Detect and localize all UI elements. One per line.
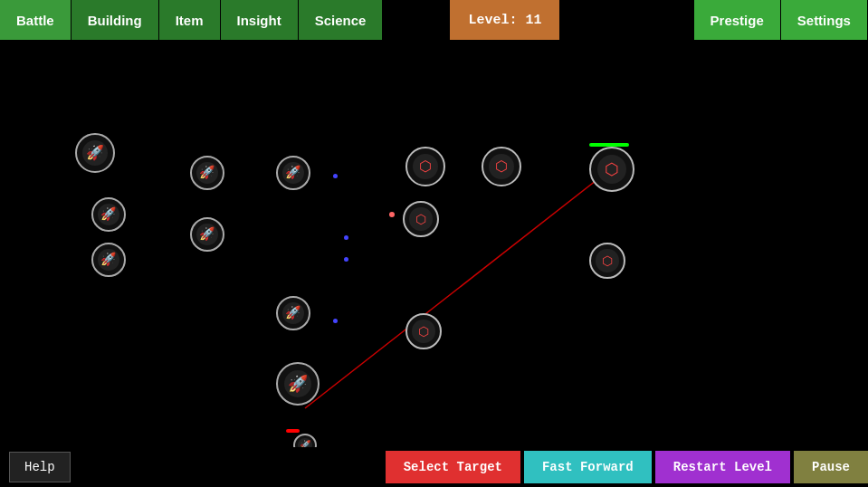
projectile-dot-red [389, 212, 395, 217]
bottom-actions: Select Target Fast Forward Restart Level… [382, 451, 868, 483]
ship-r4[interactable]: ⬡ [405, 313, 442, 349]
battle-tab[interactable]: Battle [0, 0, 72, 40]
item-tab[interactable]: Item [159, 0, 221, 40]
select-target-button[interactable]: Select Target [386, 451, 520, 483]
ship-b6[interactable]: 🚀 [276, 156, 310, 190]
health-bar-red [286, 429, 300, 433]
bottom-bar: Help Select Target Fast Forward Restart … [0, 447, 868, 487]
building-tab[interactable]: Building [72, 0, 159, 40]
top-nav: Battle Building Item Insight Science Lev… [0, 0, 868, 40]
projectile-dot-1 [333, 174, 338, 178]
pause-button[interactable]: Pause [794, 451, 868, 483]
fast-forward-button[interactable]: Fast Forward [524, 451, 652, 483]
svg-line-0 [305, 174, 605, 408]
ship-b8[interactable]: 🚀 [276, 362, 320, 406]
projectile-dot-2 [344, 235, 348, 240]
ship-r5[interactable]: ⬡ [589, 147, 634, 192]
projectile-dot-4 [333, 319, 338, 323]
projectile-dot-3 [344, 257, 348, 262]
ship-r6[interactable]: ⬡ [589, 243, 625, 279]
battle-area: 🚀 🚀 🚀 🚀 🚀 🚀 🚀 🚀 🚀 🚀 ⬡ ⬡ ⬡ [0, 40, 868, 447]
right-nav: Prestige Settings [694, 0, 868, 40]
ship-b7[interactable]: 🚀 [276, 296, 310, 330]
insight-tab[interactable]: Insight [221, 0, 299, 40]
ship-b1[interactable]: 🚀 [75, 133, 115, 173]
science-tab[interactable]: Science [299, 0, 384, 40]
restart-level-button[interactable]: Restart Level [655, 451, 790, 483]
ship-b3[interactable]: 🚀 [91, 243, 126, 277]
ship-r2[interactable]: ⬡ [482, 147, 521, 186]
attack-line-svg [0, 40, 868, 447]
help-button[interactable]: Help [9, 452, 71, 482]
level-display: Level: 11 [450, 0, 559, 40]
prestige-tab[interactable]: Prestige [694, 0, 781, 40]
ship-b5[interactable]: 🚀 [190, 217, 224, 252]
ship-b4[interactable]: 🚀 [190, 156, 224, 190]
health-bar-green [589, 143, 629, 147]
ship-r1[interactable]: ⬡ [405, 147, 445, 186]
ship-r3[interactable]: ⬡ [403, 201, 439, 237]
ship-b2[interactable]: 🚀 [91, 197, 126, 232]
settings-tab[interactable]: Settings [781, 0, 868, 40]
